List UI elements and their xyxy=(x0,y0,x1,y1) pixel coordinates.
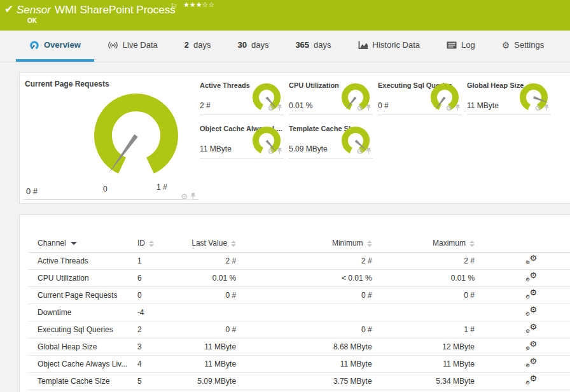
channel-gear-icon[interactable]: ⚙ xyxy=(267,148,274,155)
status-ok-check-icon: ✔ xyxy=(4,3,13,15)
column-header-last-value[interactable]: Last Value xyxy=(177,234,236,252)
gauge-value: 2 # xyxy=(200,101,211,110)
log-icon xyxy=(447,41,457,49)
gauge-cell-executing-sql-queries[interactable]: Executing Sql Queries 0 # ⚙ xyxy=(378,78,462,115)
gauge-icon xyxy=(29,40,39,50)
table-row[interactable]: Template Cache Size 5 5.09 MByte 3.75 MB… xyxy=(28,372,570,389)
gauge-cell-template-cache-size[interactable]: Template Cache Size 5.09 MByte ⚙ xyxy=(289,122,373,158)
tab-days-2[interactable]: 2days xyxy=(171,31,225,62)
tab-bar: Overview Live Data2days30days365days His… xyxy=(0,31,570,62)
cell-last-value: 11 MByte xyxy=(177,355,236,372)
cell-channel: Downtime xyxy=(28,304,137,321)
channel-pin-icon[interactable] xyxy=(190,191,196,202)
channel-settings-icon[interactable]: ⚙⚙ xyxy=(525,323,537,333)
cell-id: 1 xyxy=(137,252,177,269)
cell-maximum xyxy=(372,304,475,321)
gauge-value: 11 MByte xyxy=(200,144,232,153)
sort-both-icon xyxy=(367,241,372,247)
cell-actions: ⚙⚙ xyxy=(475,286,570,304)
channel-settings-icon[interactable]: ⚙⚙ xyxy=(525,340,537,351)
cell-actions: ⚙⚙ xyxy=(475,338,570,355)
channel-gear-icon[interactable]: ⚙ xyxy=(356,104,363,112)
sensor-header: ✔ SensorWMI SharePoint Process ⚐ ★★★☆☆ O… xyxy=(0,0,570,31)
cell-maximum: 5.34 MByte xyxy=(372,372,475,389)
gauge-cell-global-heap-size[interactable]: Global Heap Size 11 MByte ⚙ xyxy=(467,78,551,115)
channel-gear-icon[interactable]: ⚙ xyxy=(445,104,452,112)
gauges-panel: Current Page Requests 0 1 # 0 # ⚙ Active… xyxy=(19,72,570,204)
cell-minimum: 11 MByte xyxy=(236,355,372,372)
tab-overview[interactable]: Overview xyxy=(16,31,94,62)
sort-desc-icon xyxy=(71,242,77,245)
gauge-value: 11 MByte xyxy=(467,101,499,110)
channel-gear-icon[interactable]: ⚙ xyxy=(534,104,541,112)
cell-channel: Object Cache Always Liv... xyxy=(28,355,137,372)
channel-settings-icon[interactable]: ⚙⚙ xyxy=(525,272,537,282)
object-kind-label: Sensor xyxy=(17,4,51,16)
cell-id: 6 xyxy=(137,269,177,286)
cell-actions: ⚙⚙ xyxy=(475,372,570,389)
column-header-channel[interactable]: Channel xyxy=(28,234,137,252)
channel-settings-icon[interactable]: ⚙⚙ xyxy=(525,306,537,316)
tab-historic-data[interactable]: Historic Data xyxy=(345,31,433,62)
channel-pin-icon[interactable] xyxy=(366,146,372,157)
tab-number: 365 xyxy=(295,40,309,50)
channel-settings-icon[interactable]: ⚙⚙ xyxy=(525,289,537,299)
tab-days-365[interactable]: 365days xyxy=(282,31,344,62)
pin-icon xyxy=(366,148,372,155)
channel-gear-icon[interactable]: ⚙ xyxy=(356,148,363,155)
column-header-minimum-label: Minimum xyxy=(332,239,363,248)
cell-minimum: 0 # xyxy=(236,286,372,304)
cell-minimum: 2 # xyxy=(236,252,372,269)
gauge-cell-active-threads[interactable]: Active Threads 2 # ⚙ xyxy=(200,78,284,115)
cell-maximum: 1 # xyxy=(372,321,475,338)
primary-gauge-cell[interactable]: Current Page Requests 0 1 # 0 # ⚙ xyxy=(20,73,200,200)
channel-pin-icon[interactable] xyxy=(455,102,461,114)
gauge-cell-cpu-utilization[interactable]: CPU Utilization 0.01 % ⚙ xyxy=(289,78,373,115)
gauge-cell-object-cache-always-l[interactable]: Object Cache Always L... 11 MByte ⚙ xyxy=(200,122,284,158)
tab-live-data[interactable]: Live Data xyxy=(94,31,171,62)
channel-pin-icon[interactable] xyxy=(366,102,372,114)
cell-last-value: 11 MByte xyxy=(177,338,236,355)
tab-label: days xyxy=(251,40,268,50)
cell-id: 3 xyxy=(137,338,177,355)
tab-settings[interactable]: ⚙Settings xyxy=(489,31,558,62)
table-row[interactable]: Active Threads 1 2 # 2 # 2 # ⚙⚙ xyxy=(28,252,570,269)
table-row[interactable]: Object Cache Always Liv... 4 11 MByte 11… xyxy=(28,355,570,372)
table-row[interactable]: Current Page Requests 0 0 # 0 # 0 # ⚙⚙ xyxy=(28,286,570,304)
primary-gauge-scale-min: 0 xyxy=(103,185,108,193)
pin-icon xyxy=(544,104,550,111)
cell-actions: ⚙⚙ xyxy=(475,304,570,321)
cell-channel: Template Cache Size xyxy=(28,372,137,389)
column-header-minimum[interactable]: Minimum xyxy=(236,234,372,252)
channel-settings-icon[interactable]: ⚙⚙ xyxy=(525,358,537,368)
channel-pin-icon[interactable] xyxy=(277,102,282,114)
tab-log[interactable]: Log xyxy=(433,31,489,62)
table-row[interactable]: Global Heap Size 3 11 MByte 8.68 MByte 1… xyxy=(28,338,570,355)
cell-id: 4 xyxy=(137,355,177,372)
channel-settings-icon[interactable]: ⚙⚙ xyxy=(525,255,537,265)
table-row[interactable]: Downtime -4 ⚙⚙ xyxy=(28,304,570,321)
channel-pin-icon[interactable] xyxy=(544,102,550,114)
cell-id: 5 xyxy=(137,372,177,389)
column-header-id[interactable]: ID xyxy=(137,234,177,252)
sort-both-icon xyxy=(231,241,236,247)
table-header-row: Channel ID Last Value Minimum Maximum xyxy=(28,234,570,252)
channel-settings-icon[interactable]: ⚙⚙ xyxy=(525,375,537,385)
priority-stars[interactable]: ★★★☆☆ xyxy=(183,1,214,9)
cell-last-value xyxy=(177,304,236,321)
divider xyxy=(22,199,198,200)
column-header-maximum[interactable]: Maximum xyxy=(372,234,475,252)
cell-minimum: 3.75 MByte xyxy=(236,372,372,389)
priority-flag-icon[interactable]: ⚐ xyxy=(170,2,177,11)
tab-label: days xyxy=(193,40,211,50)
table-row[interactable]: CPU Utilization 6 0.01 % < 0.01 % 0.01 %… xyxy=(28,269,570,286)
cell-channel: Global Heap Size xyxy=(28,338,137,355)
tab-days-30[interactable]: 30days xyxy=(224,31,282,62)
tab-label: Historic Data xyxy=(373,40,420,50)
table-row[interactable]: Executing Sql Queries 2 0 # 0 # 1 # ⚙⚙ xyxy=(28,321,570,338)
channel-gear-icon[interactable]: ⚙ xyxy=(267,104,274,112)
gauge-value: 5.09 MByte xyxy=(289,144,328,153)
column-header-last-value-label: Last Value xyxy=(191,239,227,248)
channel-pin-icon[interactable] xyxy=(277,146,282,157)
column-header-maximum-label: Maximum xyxy=(433,239,466,248)
